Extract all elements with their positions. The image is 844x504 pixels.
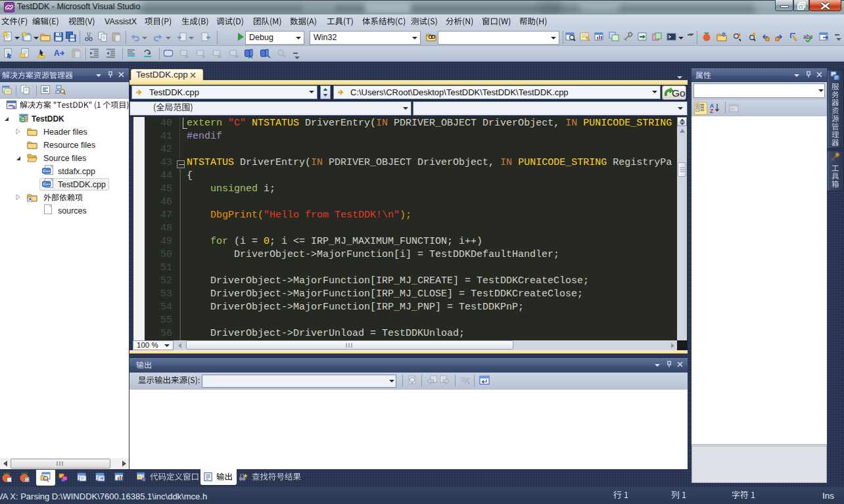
svg-text:A: A xyxy=(54,49,60,58)
svg-text:Z: Z xyxy=(710,108,713,113)
svg-text:C++: C++ xyxy=(43,169,51,173)
svg-text:C++: C++ xyxy=(43,182,51,186)
